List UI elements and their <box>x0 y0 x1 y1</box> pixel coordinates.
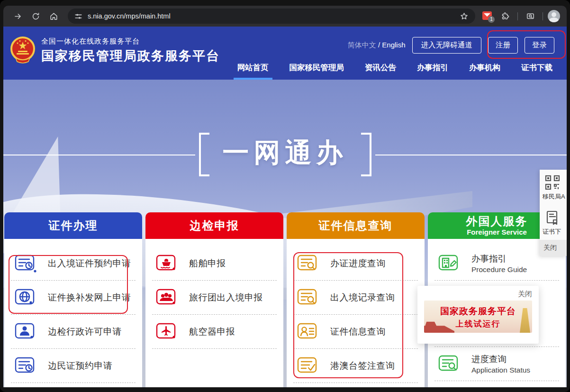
column-header: 证件办理 <box>4 212 142 239</box>
card-clock-icon <box>13 356 38 376</box>
card-search-icon <box>295 287 321 308</box>
card-person-lines-icon <box>295 321 321 342</box>
column-body: 船舶申报 <box>145 239 283 387</box>
profile-avatar[interactable] <box>548 10 560 22</box>
card-ship-icon <box>154 253 180 274</box>
nav-offices[interactable]: 办事机构 <box>469 63 500 80</box>
column-certificate-processing: 证件办理 出入境证件预约申请 <box>4 212 142 387</box>
service-item-label: 办证进度查询 <box>330 257 386 270</box>
main-nav: 网站首页 国家移民管理局 资讯公告 办事指引 办事机构 证书下载 <box>237 63 553 80</box>
service-item-label: 边检行政许可申请 <box>48 326 122 338</box>
brand: 全国一体化在线政务服务平台 国家移民管理局政务服务平台 <box>10 36 220 65</box>
card-airplane-icon <box>154 321 180 342</box>
service-item-aircraft-declaration[interactable]: 航空器申报 <box>152 315 277 349</box>
service-item-exit-entry-records[interactable]: 出入境记录查询 <box>293 281 418 315</box>
column-header: 证件信息查询 <box>287 212 425 239</box>
service-item-label: 出入境证件预约申请 <box>48 257 131 270</box>
service-item-label: 旅行团出入境申报 <box>189 292 263 304</box>
service-item-label: 边民证预约申请 <box>48 360 113 372</box>
register-button[interactable]: 注册 <box>488 37 518 54</box>
service-item-label: 船舶申报 <box>189 257 226 270</box>
service-item-label: 港澳台签注查询 <box>330 360 395 372</box>
hero-slogan: 一网通办 <box>3 133 567 176</box>
nav-cert-download[interactable]: 证书下载 <box>521 63 552 80</box>
nav-nia[interactable]: 国家移民管理局 <box>290 63 344 80</box>
column-subtitle: Foreigner Service <box>467 228 527 236</box>
login-button[interactable]: 登录 <box>525 37 554 54</box>
bookmark-star-icon[interactable] <box>458 10 470 22</box>
service-item-label-en: Application Status <box>471 366 530 374</box>
service-item-certificate-info[interactable]: 证件信息查询 <box>293 315 418 349</box>
platform-subtitle: 全国一体化在线政务服务平台 <box>41 37 220 46</box>
card-clock-icon <box>13 253 38 274</box>
cert-download-section[interactable]: 证书下 <box>540 205 567 240</box>
browser-window: s.nia.gov.cn/mps/main.html 1 <box>0 0 570 392</box>
service-item-label-en: Procedure Guide <box>471 265 527 274</box>
toolbar-separator <box>517 12 518 20</box>
service-item-label-zh: 进度查询 <box>471 353 530 365</box>
hero-section: 一网通办 证件办理 <box>3 80 567 387</box>
popup-close-button[interactable]: 关闭 <box>424 289 532 301</box>
card-search-icon <box>295 253 321 274</box>
toolbar-separator <box>543 12 543 20</box>
extensions-puzzle-icon[interactable] <box>498 9 513 24</box>
slogan-text: 一网通办 <box>3 135 567 171</box>
service-item-application-status[interactable]: 进度查询 Application Status <box>434 347 559 381</box>
address-bar[interactable]: s.nia.gov.cn/mps/main.html <box>68 9 475 24</box>
cert-download-label: 证书下 <box>543 228 565 236</box>
mail-extension-icon[interactable]: 1 <box>482 11 493 21</box>
lang-zh[interactable]: 简体中文 <box>348 41 376 49</box>
site-header: 全国一体化在线政务服务平台 国家移民管理局政务服务平台 简体中文 / Engli… <box>3 27 567 80</box>
service-item-replacement-online[interactable]: 证件换补发网上申请 <box>11 281 136 315</box>
column-title: 证件信息查询 <box>319 219 393 231</box>
card-person-icon <box>13 321 38 342</box>
page-title: 国家移民管理局政务服务平台 <box>41 47 220 64</box>
certificate-icon <box>544 210 561 226</box>
toolbar-right-group: 1 <box>482 9 560 24</box>
popup-banner[interactable]: 国家政务服务平台 上线试运行 <box>424 301 532 333</box>
app-qr-section[interactable]: 移民局A <box>540 170 567 205</box>
forward-button[interactable] <box>10 9 25 24</box>
service-item-tour-group-declaration[interactable]: 旅行团出入境申报 <box>152 281 277 315</box>
column-header: 边检申报 <box>145 212 283 239</box>
header-actions: 简体中文 / English 进入无障碍通道 注册 登录 <box>348 37 554 54</box>
home-button[interactable] <box>46 9 61 24</box>
app-qr-label: 移民局A <box>543 192 565 201</box>
site-page: 全国一体化在线政务服务平台 国家移民管理局政务服务平台 简体中文 / Engli… <box>3 27 567 387</box>
url-text[interactable]: s.nia.gov.cn/mps/main.html <box>88 12 453 20</box>
nav-home[interactable]: 网站首页 <box>237 63 269 80</box>
service-item-exit-entry-appointment[interactable]: 出入境证件预约申请 <box>11 246 136 281</box>
find-in-page-icon[interactable] <box>523 9 538 24</box>
service-item-label: 证件换补发网上申请 <box>48 292 131 304</box>
service-item-label: 办事指引 Procedure Guide <box>471 253 527 274</box>
nav-guide[interactable]: 办事指引 <box>417 63 448 80</box>
column-title: 外国人服务 <box>466 215 528 227</box>
column-border-inspection: 边检申报 <box>145 212 283 387</box>
national-emblem-icon <box>10 36 36 65</box>
widget-close-button[interactable]: 关闭 <box>540 240 567 256</box>
service-item-ship-declaration[interactable]: 船舶申报 <box>152 246 277 281</box>
service-item-label: 进度查询 Application Status <box>471 353 530 374</box>
service-item-label: 航空器申报 <box>189 326 235 338</box>
service-item-border-resident-appointment[interactable]: 边民证预约申请 <box>11 349 136 383</box>
card-search-icon <box>436 354 462 374</box>
building-pencil-icon <box>436 253 462 274</box>
card-group-icon <box>154 287 180 308</box>
service-item-hmt-endorsement[interactable]: 港澳台签注查询 <box>293 349 418 383</box>
reload-button[interactable] <box>28 9 43 24</box>
column-certificate-info-query: 证件信息查询 办证进度查询 <box>287 212 425 387</box>
service-item-border-admin-license[interactable]: 边检行政许可申请 <box>11 315 136 349</box>
accessibility-button[interactable]: 进入无障碍通道 <box>412 37 482 54</box>
qr-code-icon <box>544 174 561 191</box>
service-item-application-progress[interactable]: 办证进度查询 <box>293 246 418 281</box>
column-title: 边检申报 <box>190 219 239 231</box>
nav-news[interactable]: 资讯公告 <box>365 63 396 80</box>
side-qr-widget: 移民局A 证书下 关闭 <box>540 170 567 256</box>
lang-sep: / <box>376 41 382 49</box>
card-check-icon <box>295 356 321 376</box>
extension-badge: 1 <box>488 16 495 23</box>
language-switcher[interactable]: 简体中文 / English <box>348 41 406 50</box>
lang-en[interactable]: English <box>382 41 405 49</box>
site-info-icon[interactable] <box>73 11 83 21</box>
banner-line2: 上线试运行 <box>424 319 532 329</box>
